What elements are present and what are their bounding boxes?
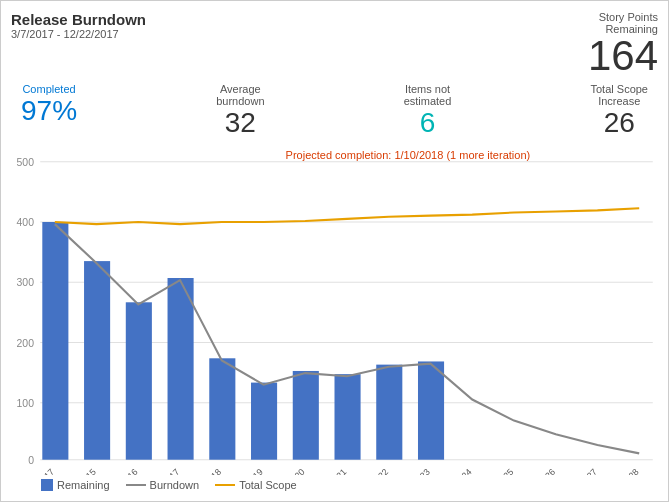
metric-burndown-value: 32: [216, 107, 264, 139]
metric-completed-value: 97%: [21, 95, 77, 127]
metric-completed-label: Completed: [21, 83, 77, 95]
legend-remaining: Remaining: [41, 479, 110, 491]
svg-text:Sprint 119: Sprint 119: [229, 467, 265, 475]
date-range: 3/7/2017 - 12/22/2017: [11, 28, 146, 40]
svg-text:3/7/2017: 3/7/2017: [25, 467, 56, 475]
bar-3: [168, 278, 194, 460]
svg-text:Sprint 123: Sprint 123: [396, 467, 432, 475]
metric-scope: Total ScopeIncrease 26: [591, 83, 648, 139]
svg-text:200: 200: [17, 337, 35, 349]
chart-svg: 500 400 300 200 100 0: [11, 147, 658, 475]
metric-burndown: Averageburndown 32: [216, 83, 264, 139]
bar-1: [84, 261, 110, 460]
chart-area: Projected completion: 1/10/2018 (1 more …: [11, 147, 658, 475]
legend-remaining-label: Remaining: [57, 479, 110, 491]
bar-4: [209, 358, 235, 459]
svg-text:Sprint 117: Sprint 117: [146, 467, 182, 475]
svg-text:Sprint 115: Sprint 115: [62, 467, 98, 475]
header-left: Release Burndown 3/7/2017 - 12/22/2017: [11, 11, 146, 40]
svg-text:Sprint 116: Sprint 116: [104, 467, 140, 475]
bar-0: [42, 222, 68, 460]
svg-text:Sprint 126: Sprint 126: [522, 467, 558, 475]
svg-text:Sprint 127: Sprint 127: [563, 467, 599, 475]
metric-not-estimated: Items notestimated 6: [404, 83, 452, 139]
svg-text:Sprint 128: Sprint 128: [605, 467, 641, 475]
svg-text:400: 400: [17, 216, 35, 228]
svg-text:Sprint 121: Sprint 121: [313, 467, 349, 475]
svg-text:Sprint 118: Sprint 118: [188, 467, 224, 475]
svg-text:Sprint 120: Sprint 120: [271, 467, 307, 475]
bar-8: [376, 365, 402, 460]
chart-title: Release Burndown: [11, 11, 146, 28]
metric-scope-value: 26: [591, 107, 648, 139]
bar-7: [335, 374, 361, 460]
metric-completed: Completed 97%: [21, 83, 77, 139]
legend-burndown-icon: [126, 484, 146, 486]
metrics-row: Completed 97% Averageburndown 32 Items n…: [11, 83, 658, 139]
svg-text:300: 300: [17, 276, 35, 288]
bar-9: [418, 361, 444, 459]
legend-total-scope: Total Scope: [215, 479, 296, 491]
legend-remaining-icon: [41, 479, 53, 491]
header-right: Story Points Remaining 164: [588, 11, 658, 77]
metric-scope-label: Total ScopeIncrease: [591, 83, 648, 107]
svg-text:100: 100: [17, 397, 35, 409]
legend-burndown: Burndown: [126, 479, 200, 491]
legend-total-scope-icon: [215, 484, 235, 486]
story-points-value: 164: [588, 35, 658, 77]
svg-text:Sprint 125: Sprint 125: [480, 467, 516, 475]
legend: Remaining Burndown Total Scope: [11, 475, 658, 495]
header: Release Burndown 3/7/2017 - 12/22/2017 S…: [11, 11, 658, 77]
svg-text:Sprint 122: Sprint 122: [355, 467, 391, 475]
bar-2: [126, 302, 152, 459]
metric-not-estimated-label: Items notestimated: [404, 83, 452, 107]
metric-burndown-label: Averageburndown: [216, 83, 264, 107]
legend-total-scope-label: Total Scope: [239, 479, 296, 491]
legend-burndown-label: Burndown: [150, 479, 200, 491]
svg-text:500: 500: [17, 156, 35, 168]
svg-text:0: 0: [28, 454, 34, 466]
metric-not-estimated-value: 6: [404, 107, 452, 139]
bar-6: [293, 371, 319, 460]
svg-text:Sprint 124: Sprint 124: [438, 467, 474, 475]
dashboard-container: Release Burndown 3/7/2017 - 12/22/2017 S…: [0, 0, 669, 502]
bar-5: [251, 383, 277, 460]
projected-label: Projected completion: 1/10/2018 (1 more …: [286, 149, 531, 161]
